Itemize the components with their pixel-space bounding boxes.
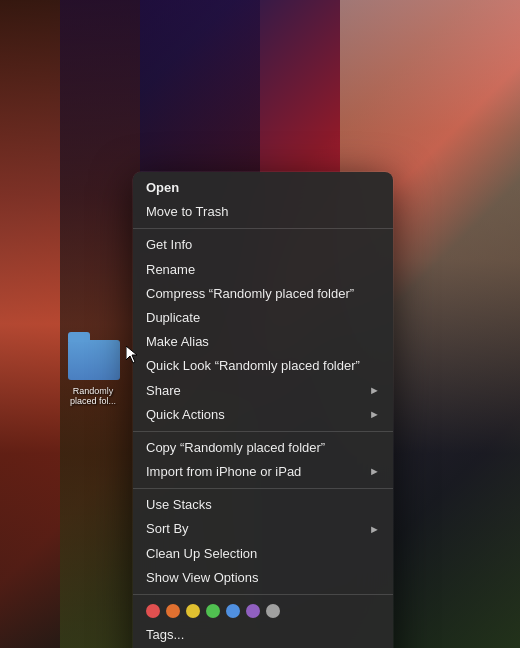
submenu-arrow-sort-by: ► — [369, 522, 380, 537]
separator-2 — [133, 431, 393, 432]
separator-3 — [133, 488, 393, 489]
menu-item-compress-label: Compress “Randomly placed folder” — [146, 285, 380, 303]
menu-item-clean-up-label: Clean Up Selection — [146, 545, 380, 563]
menu-item-sort-by[interactable]: Sort By ► — [133, 517, 393, 541]
menu-item-quick-actions-label: Quick Actions — [146, 406, 369, 424]
menu-item-rename[interactable]: Rename — [133, 258, 393, 282]
tag-dot-yellow[interactable] — [186, 604, 200, 618]
menu-item-quick-actions[interactable]: Quick Actions ► — [133, 403, 393, 427]
menu-item-open[interactable]: Open — [133, 176, 393, 200]
folder-shape — [68, 340, 120, 380]
submenu-arrow-import: ► — [369, 464, 380, 479]
menu-item-make-alias[interactable]: Make Alias — [133, 330, 393, 354]
menu-item-import[interactable]: Import from iPhone or iPad ► — [133, 460, 393, 484]
tag-dot-orange[interactable] — [166, 604, 180, 618]
menu-item-use-stacks-label: Use Stacks — [146, 496, 380, 514]
cursor — [126, 346, 140, 364]
menu-item-import-label: Import from iPhone or iPad — [146, 463, 369, 481]
menu-item-compress[interactable]: Compress “Randomly placed folder” — [133, 282, 393, 306]
menu-item-move-to-trash[interactable]: Move to Trash — [133, 200, 393, 224]
menu-item-share-label: Share — [146, 382, 369, 400]
separator-1 — [133, 228, 393, 229]
menu-item-duplicate[interactable]: Duplicate — [133, 306, 393, 330]
menu-item-use-stacks[interactable]: Use Stacks — [133, 493, 393, 517]
tag-dot-red[interactable] — [146, 604, 160, 618]
menu-item-tags-label: Tags... — [146, 626, 380, 644]
tag-dot-gray[interactable] — [266, 604, 280, 618]
menu-item-make-alias-label: Make Alias — [146, 333, 380, 351]
tag-dot-purple[interactable] — [246, 604, 260, 618]
svg-marker-0 — [126, 346, 137, 363]
menu-item-rename-label: Rename — [146, 261, 380, 279]
menu-item-clean-up[interactable]: Clean Up Selection — [133, 542, 393, 566]
menu-item-copy[interactable]: Copy “Randomly placed folder” — [133, 436, 393, 460]
folder-icon[interactable]: Randomlyplaced fol... — [68, 340, 128, 390]
menu-item-copy-label: Copy “Randomly placed folder” — [146, 439, 380, 457]
menu-item-duplicate-label: Duplicate — [146, 309, 380, 327]
menu-item-get-info[interactable]: Get Info — [133, 233, 393, 257]
submenu-arrow-quick-actions: ► — [369, 407, 380, 422]
menu-item-quick-look-label: Quick Look “Randomly placed folder” — [146, 357, 380, 375]
menu-item-sort-by-label: Sort By — [146, 520, 369, 538]
tag-dot-green[interactable] — [206, 604, 220, 618]
menu-item-get-info-label: Get Info — [146, 236, 380, 254]
menu-item-tags[interactable]: Tags... — [133, 623, 393, 647]
menu-item-quick-look[interactable]: Quick Look “Randomly placed folder” — [133, 354, 393, 378]
menu-item-show-view-options-label: Show View Options — [146, 569, 380, 587]
menu-item-share[interactable]: Share ► — [133, 379, 393, 403]
menu-item-show-view-options[interactable]: Show View Options — [133, 566, 393, 590]
folder-label: Randomlyplaced fol... — [58, 386, 128, 406]
menu-item-open-label: Open — [146, 179, 380, 197]
separator-4 — [133, 594, 393, 595]
menu-item-move-to-trash-label: Move to Trash — [146, 203, 380, 221]
submenu-arrow-share: ► — [369, 383, 380, 398]
context-menu: Open Move to Trash Get Info Rename Compr… — [133, 172, 393, 648]
tags-color-section — [133, 599, 393, 623]
tag-dot-blue[interactable] — [226, 604, 240, 618]
